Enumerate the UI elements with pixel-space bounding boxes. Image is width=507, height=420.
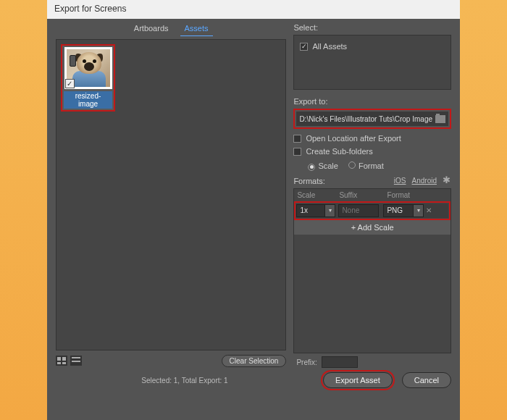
status-text: Selected: 1, Total Export: 1 <box>56 377 314 385</box>
grid-view-icon[interactable] <box>56 356 67 366</box>
ios-preset-link[interactable]: iOS <box>394 177 406 185</box>
col-scale: Scale <box>297 191 339 199</box>
gear-icon[interactable] <box>443 177 451 185</box>
create-subfolders-checkbox[interactable] <box>293 148 301 156</box>
clear-selection-button[interactable]: Clear Selection <box>222 355 287 367</box>
prefix-row: Prefix: <box>296 356 451 368</box>
asset-thumbnail: ✓ <box>64 47 112 89</box>
select-heading: Select: <box>293 23 451 32</box>
radio-off-icon <box>348 161 356 169</box>
asset-panel: ✓ resized-image <box>56 39 286 350</box>
open-location-checkbox[interactable] <box>293 135 301 143</box>
add-scale-button[interactable]: + Add Scale <box>294 220 451 235</box>
formats-header: Formats: iOS Android <box>293 177 451 185</box>
tab-bar: Artboards Assets <box>56 23 286 36</box>
open-location-label: Open Location after Export <box>306 134 401 143</box>
asset-item[interactable]: ✓ resized-image <box>61 44 115 112</box>
radio-on-icon <box>308 164 315 171</box>
browse-folder-icon[interactable] <box>435 115 445 123</box>
formats-columns: Scale Suffix Format <box>294 189 451 201</box>
dialog-content: Artboards Assets <box>47 19 460 420</box>
scale-dropdown-icon[interactable]: ▾ <box>325 204 335 217</box>
dialog-title: Export for Screens <box>47 0 460 19</box>
export-to-heading: Export to: <box>293 97 451 106</box>
format-row-highlight: ▾ ▾ ✕ <box>294 201 451 220</box>
cancel-button[interactable]: Cancel <box>402 372 451 388</box>
format-select[interactable] <box>383 204 414 217</box>
export-asset-button[interactable]: Export Asset <box>323 372 393 388</box>
formats-panel: Scale Suffix Format ▾ ▾ <box>293 188 451 354</box>
format-row: ▾ ▾ ✕ <box>296 203 448 218</box>
all-assets-checkbox-icon[interactable] <box>300 43 308 51</box>
asset-toolbar: Clear Selection <box>56 353 286 368</box>
export-button-highlight: Export Asset <box>321 370 395 390</box>
bottom-bar: Selected: 1, Total Export: 1 Export Asse… <box>56 368 451 392</box>
open-location-row[interactable]: Open Location after Export <box>293 134 451 143</box>
main-columns: Artboards Assets <box>56 23 451 368</box>
col-format: Format <box>387 191 448 199</box>
assets-column: Artboards Assets <box>56 23 286 368</box>
suffix-input[interactable] <box>338 204 379 217</box>
prefix-input[interactable] <box>322 356 358 368</box>
formats-heading: Formats: <box>293 177 324 185</box>
android-preset-link[interactable]: Android <box>412 177 437 185</box>
prefix-label: Prefix: <box>296 358 317 366</box>
asset-grid: ✓ resized-image <box>61 44 281 345</box>
export-path-highlight: D:\Nick's Files\Illustrator Tuts\Crop Im… <box>293 109 451 129</box>
format-dropdown-icon[interactable]: ▾ <box>414 204 424 217</box>
delete-row-icon[interactable]: ✕ <box>424 206 434 214</box>
asset-label[interactable]: resized-image <box>64 91 112 109</box>
create-subfolders-row[interactable]: Create Sub-folders <box>293 147 451 156</box>
scale-radio-option[interactable]: Scale <box>308 161 338 171</box>
all-assets-row[interactable]: All Assets <box>300 42 445 51</box>
create-subfolders-label: Create Sub-folders <box>306 147 372 156</box>
col-suffix: Suffix <box>339 191 387 199</box>
subfolder-type-radios: Scale Format <box>308 161 451 171</box>
settings-column: Select: All Assets Export to: D:\Nick's … <box>286 23 451 368</box>
tab-assets[interactable]: Assets <box>180 23 213 36</box>
export-path-field[interactable]: D:\Nick's Files\Illustrator Tuts\Crop Im… <box>296 112 448 126</box>
all-assets-label: All Assets <box>312 42 347 51</box>
export-for-screens-dialog: Export for Screens Artboards Assets <box>47 0 460 420</box>
export-path-text: D:\Nick's Files\Illustrator Tuts\Crop Im… <box>299 115 432 123</box>
tab-artboards[interactable]: Artboards <box>130 23 173 36</box>
scale-input[interactable] <box>296 204 325 217</box>
selected-check-icon[interactable]: ✓ <box>65 79 75 88</box>
format-radio-option[interactable]: Format <box>348 161 384 171</box>
list-view-icon[interactable] <box>70 356 82 366</box>
select-panel: All Assets <box>293 35 451 90</box>
